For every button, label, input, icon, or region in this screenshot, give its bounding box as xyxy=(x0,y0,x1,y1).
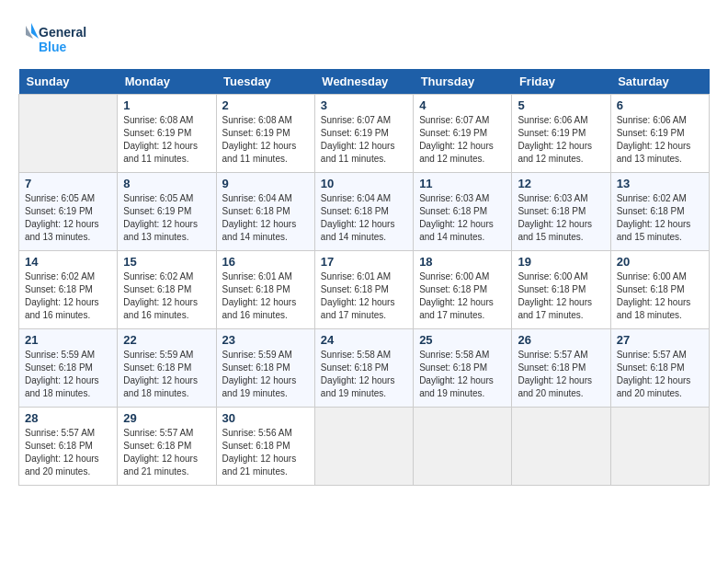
day-number: 11 xyxy=(419,177,506,190)
day-number: 24 xyxy=(321,333,407,347)
calendar-cell: 13Sunrise: 6:02 AM Sunset: 6:18 PM Dayli… xyxy=(610,173,709,251)
day-info: Sunrise: 6:04 AM Sunset: 6:18 PM Dayligh… xyxy=(321,192,407,244)
calendar-week-row: 14Sunrise: 6:02 AM Sunset: 6:18 PM Dayli… xyxy=(19,251,710,329)
day-info: Sunrise: 6:01 AM Sunset: 6:18 PM Dayligh… xyxy=(222,270,309,322)
svg-marker-2 xyxy=(31,23,39,39)
calendar-cell: 24Sunrise: 5:58 AM Sunset: 6:18 PM Dayli… xyxy=(314,329,413,408)
weekday-header: Monday xyxy=(118,69,216,95)
day-info: Sunrise: 6:06 AM Sunset: 6:19 PM Dayligh… xyxy=(518,114,604,166)
calendar-cell xyxy=(314,408,413,486)
day-info: Sunrise: 6:05 AM Sunset: 6:19 PM Dayligh… xyxy=(123,192,210,244)
day-info: Sunrise: 6:06 AM Sunset: 6:19 PM Dayligh… xyxy=(617,114,703,166)
calendar-cell: 19Sunrise: 6:00 AM Sunset: 6:18 PM Dayli… xyxy=(512,251,610,329)
weekday-header: Saturday xyxy=(610,69,709,95)
day-number: 8 xyxy=(123,177,210,190)
calendar-table: SundayMondayTuesdayWednesdayThursdayFrid… xyxy=(18,69,710,486)
day-number: 13 xyxy=(617,177,703,190)
calendar-cell: 9Sunrise: 6:04 AM Sunset: 6:18 PM Daylig… xyxy=(216,173,314,251)
calendar-week-row: 7Sunrise: 6:05 AM Sunset: 6:19 PM Daylig… xyxy=(19,173,710,251)
day-number: 7 xyxy=(25,177,111,190)
calendar-cell: 4Sunrise: 6:07 AM Sunset: 6:19 PM Daylig… xyxy=(414,95,512,173)
day-info: Sunrise: 6:00 AM Sunset: 6:18 PM Dayligh… xyxy=(617,270,703,322)
calendar-cell: 28Sunrise: 5:57 AM Sunset: 6:18 PM Dayli… xyxy=(19,408,118,486)
calendar-cell: 6Sunrise: 6:06 AM Sunset: 6:19 PM Daylig… xyxy=(610,95,709,173)
day-number: 25 xyxy=(419,333,506,347)
calendar-cell: 29Sunrise: 5:57 AM Sunset: 6:18 PM Dayli… xyxy=(118,408,216,486)
day-info: Sunrise: 6:02 AM Sunset: 6:18 PM Dayligh… xyxy=(123,270,210,322)
day-number: 21 xyxy=(25,333,111,347)
day-number: 5 xyxy=(518,98,604,112)
calendar-cell: 22Sunrise: 5:59 AM Sunset: 6:18 PM Dayli… xyxy=(118,329,216,408)
day-info: Sunrise: 6:04 AM Sunset: 6:18 PM Dayligh… xyxy=(222,192,309,244)
header-row: SundayMondayTuesdayWednesdayThursdayFrid… xyxy=(19,69,710,95)
page-header: General Blue xyxy=(18,18,710,60)
day-info: Sunrise: 6:07 AM Sunset: 6:19 PM Dayligh… xyxy=(419,114,506,166)
weekday-header: Sunday xyxy=(19,69,118,95)
day-info: Sunrise: 6:00 AM Sunset: 6:18 PM Dayligh… xyxy=(419,270,506,322)
day-number: 23 xyxy=(222,333,309,347)
day-number: 2 xyxy=(222,98,309,112)
calendar-cell: 5Sunrise: 6:06 AM Sunset: 6:19 PM Daylig… xyxy=(512,95,610,173)
day-info: Sunrise: 6:00 AM Sunset: 6:18 PM Dayligh… xyxy=(518,270,604,322)
calendar-cell: 26Sunrise: 5:57 AM Sunset: 6:18 PM Dayli… xyxy=(512,329,610,408)
weekday-header: Wednesday xyxy=(314,69,413,95)
day-number: 10 xyxy=(321,177,407,190)
day-number: 1 xyxy=(123,98,210,112)
calendar-cell xyxy=(610,408,709,486)
day-info: Sunrise: 5:59 AM Sunset: 6:18 PM Dayligh… xyxy=(25,349,111,400)
day-number: 4 xyxy=(419,98,506,112)
calendar-cell: 14Sunrise: 6:02 AM Sunset: 6:18 PM Dayli… xyxy=(19,251,118,329)
day-number: 18 xyxy=(419,255,506,269)
calendar-cell: 11Sunrise: 6:03 AM Sunset: 6:18 PM Dayli… xyxy=(414,173,512,251)
calendar-cell: 25Sunrise: 5:58 AM Sunset: 6:18 PM Dayli… xyxy=(414,329,512,408)
calendar-cell: 3Sunrise: 6:07 AM Sunset: 6:19 PM Daylig… xyxy=(314,95,413,173)
day-info: Sunrise: 5:57 AM Sunset: 6:18 PM Dayligh… xyxy=(123,427,210,478)
day-info: Sunrise: 6:02 AM Sunset: 6:18 PM Dayligh… xyxy=(25,270,111,322)
day-info: Sunrise: 5:59 AM Sunset: 6:18 PM Dayligh… xyxy=(123,349,210,400)
calendar-cell: 8Sunrise: 6:05 AM Sunset: 6:19 PM Daylig… xyxy=(118,173,216,251)
calendar-cell: 1Sunrise: 6:08 AM Sunset: 6:19 PM Daylig… xyxy=(118,95,216,173)
day-number: 22 xyxy=(123,333,210,347)
calendar-cell: 21Sunrise: 5:59 AM Sunset: 6:18 PM Dayli… xyxy=(19,329,118,408)
day-number: 15 xyxy=(123,255,210,269)
day-info: Sunrise: 6:08 AM Sunset: 6:19 PM Dayligh… xyxy=(123,114,210,166)
day-info: Sunrise: 6:03 AM Sunset: 6:18 PM Dayligh… xyxy=(518,192,604,244)
calendar-cell: 7Sunrise: 6:05 AM Sunset: 6:19 PM Daylig… xyxy=(19,173,118,251)
calendar-cell xyxy=(19,95,118,173)
calendar-cell: 27Sunrise: 5:57 AM Sunset: 6:18 PM Dayli… xyxy=(610,329,709,408)
calendar-week-row: 1Sunrise: 6:08 AM Sunset: 6:19 PM Daylig… xyxy=(19,95,710,173)
calendar-cell: 18Sunrise: 6:00 AM Sunset: 6:18 PM Dayli… xyxy=(414,251,512,329)
day-info: Sunrise: 6:08 AM Sunset: 6:19 PM Dayligh… xyxy=(222,114,309,166)
day-number: 3 xyxy=(321,98,407,112)
day-info: Sunrise: 6:07 AM Sunset: 6:19 PM Dayligh… xyxy=(321,114,407,166)
day-number: 6 xyxy=(617,98,703,112)
day-info: Sunrise: 5:56 AM Sunset: 6:18 PM Dayligh… xyxy=(222,427,309,478)
day-number: 14 xyxy=(25,255,111,269)
calendar-cell xyxy=(512,408,610,486)
calendar-cell: 30Sunrise: 5:56 AM Sunset: 6:18 PM Dayli… xyxy=(216,408,314,486)
day-number: 16 xyxy=(222,255,309,269)
calendar-cell: 15Sunrise: 6:02 AM Sunset: 6:18 PM Dayli… xyxy=(118,251,216,329)
day-number: 30 xyxy=(222,411,309,425)
weekday-header: Friday xyxy=(512,69,610,95)
day-info: Sunrise: 5:57 AM Sunset: 6:18 PM Dayligh… xyxy=(25,427,111,478)
day-info: Sunrise: 5:57 AM Sunset: 6:18 PM Dayligh… xyxy=(518,349,604,400)
day-number: 28 xyxy=(25,411,111,425)
day-info: Sunrise: 6:03 AM Sunset: 6:18 PM Dayligh… xyxy=(419,192,506,244)
day-number: 26 xyxy=(518,333,604,347)
svg-text:Blue: Blue xyxy=(39,40,67,54)
logo-svg: General Blue xyxy=(18,18,92,60)
day-number: 27 xyxy=(617,333,703,347)
calendar-week-row: 21Sunrise: 5:59 AM Sunset: 6:18 PM Dayli… xyxy=(19,329,710,408)
weekday-header: Tuesday xyxy=(216,69,314,95)
day-info: Sunrise: 5:58 AM Sunset: 6:18 PM Dayligh… xyxy=(321,349,407,400)
day-info: Sunrise: 6:01 AM Sunset: 6:18 PM Dayligh… xyxy=(321,270,407,322)
day-number: 29 xyxy=(123,411,210,425)
calendar-cell: 20Sunrise: 6:00 AM Sunset: 6:18 PM Dayli… xyxy=(610,251,709,329)
calendar-cell: 23Sunrise: 5:59 AM Sunset: 6:18 PM Dayli… xyxy=(216,329,314,408)
calendar-week-row: 28Sunrise: 5:57 AM Sunset: 6:18 PM Dayli… xyxy=(19,408,710,486)
logo: General Blue xyxy=(18,18,92,60)
weekday-header: Thursday xyxy=(414,69,512,95)
day-number: 17 xyxy=(321,255,407,269)
calendar-cell xyxy=(414,408,512,486)
